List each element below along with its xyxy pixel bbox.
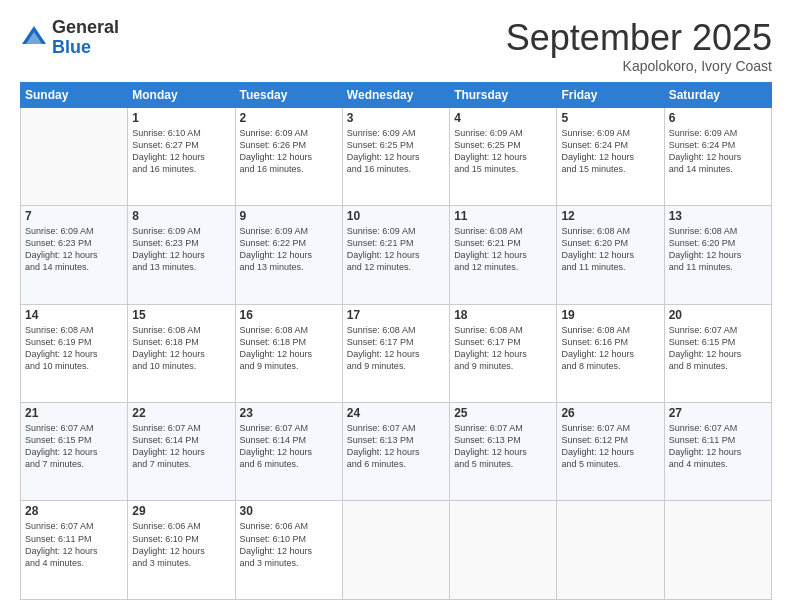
calendar-cell: 22Sunrise: 6:07 AM Sunset: 6:14 PM Dayli… — [128, 403, 235, 501]
header-tuesday: Tuesday — [235, 82, 342, 107]
calendar-cell: 8Sunrise: 6:09 AM Sunset: 6:23 PM Daylig… — [128, 206, 235, 304]
calendar-cell: 18Sunrise: 6:08 AM Sunset: 6:17 PM Dayli… — [450, 304, 557, 402]
day-number: 15 — [132, 308, 230, 322]
calendar-cell — [342, 501, 449, 600]
calendar-cell: 14Sunrise: 6:08 AM Sunset: 6:19 PM Dayli… — [21, 304, 128, 402]
day-number: 27 — [669, 406, 767, 420]
day-info: Sunrise: 6:07 AM Sunset: 6:15 PM Dayligh… — [669, 324, 767, 373]
day-info: Sunrise: 6:09 AM Sunset: 6:24 PM Dayligh… — [669, 127, 767, 176]
calendar-cell — [21, 107, 128, 205]
day-info: Sunrise: 6:07 AM Sunset: 6:11 PM Dayligh… — [669, 422, 767, 471]
header-thursday: Thursday — [450, 82, 557, 107]
calendar-cell: 20Sunrise: 6:07 AM Sunset: 6:15 PM Dayli… — [664, 304, 771, 402]
day-info: Sunrise: 6:08 AM Sunset: 6:18 PM Dayligh… — [132, 324, 230, 373]
day-info: Sunrise: 6:08 AM Sunset: 6:19 PM Dayligh… — [25, 324, 123, 373]
day-info: Sunrise: 6:08 AM Sunset: 6:21 PM Dayligh… — [454, 225, 552, 274]
day-number: 1 — [132, 111, 230, 125]
week-row-3: 21Sunrise: 6:07 AM Sunset: 6:15 PM Dayli… — [21, 403, 772, 501]
day-info: Sunrise: 6:10 AM Sunset: 6:27 PM Dayligh… — [132, 127, 230, 176]
calendar-cell: 15Sunrise: 6:08 AM Sunset: 6:18 PM Dayli… — [128, 304, 235, 402]
calendar-cell: 7Sunrise: 6:09 AM Sunset: 6:23 PM Daylig… — [21, 206, 128, 304]
day-info: Sunrise: 6:07 AM Sunset: 6:14 PM Dayligh… — [132, 422, 230, 471]
day-info: Sunrise: 6:08 AM Sunset: 6:17 PM Dayligh… — [454, 324, 552, 373]
day-number: 19 — [561, 308, 659, 322]
day-info: Sunrise: 6:09 AM Sunset: 6:25 PM Dayligh… — [454, 127, 552, 176]
title-block: September 2025 Kapolokoro, Ivory Coast — [506, 18, 772, 74]
day-number: 24 — [347, 406, 445, 420]
calendar-cell: 21Sunrise: 6:07 AM Sunset: 6:15 PM Dayli… — [21, 403, 128, 501]
day-number: 7 — [25, 209, 123, 223]
day-number: 30 — [240, 504, 338, 518]
calendar-cell: 13Sunrise: 6:08 AM Sunset: 6:20 PM Dayli… — [664, 206, 771, 304]
calendar-cell: 11Sunrise: 6:08 AM Sunset: 6:21 PM Dayli… — [450, 206, 557, 304]
day-number: 11 — [454, 209, 552, 223]
calendar-cell — [557, 501, 664, 600]
header-saturday: Saturday — [664, 82, 771, 107]
day-number: 26 — [561, 406, 659, 420]
day-number: 21 — [25, 406, 123, 420]
header-friday: Friday — [557, 82, 664, 107]
day-number: 10 — [347, 209, 445, 223]
day-info: Sunrise: 6:07 AM Sunset: 6:14 PM Dayligh… — [240, 422, 338, 471]
calendar-cell: 4Sunrise: 6:09 AM Sunset: 6:25 PM Daylig… — [450, 107, 557, 205]
location: Kapolokoro, Ivory Coast — [506, 58, 772, 74]
calendar-cell: 5Sunrise: 6:09 AM Sunset: 6:24 PM Daylig… — [557, 107, 664, 205]
calendar-cell: 23Sunrise: 6:07 AM Sunset: 6:14 PM Dayli… — [235, 403, 342, 501]
calendar-cell: 3Sunrise: 6:09 AM Sunset: 6:25 PM Daylig… — [342, 107, 449, 205]
day-info: Sunrise: 6:09 AM Sunset: 6:23 PM Dayligh… — [132, 225, 230, 274]
week-row-4: 28Sunrise: 6:07 AM Sunset: 6:11 PM Dayli… — [21, 501, 772, 600]
calendar-header: SundayMondayTuesdayWednesdayThursdayFrid… — [21, 82, 772, 107]
calendar-cell: 9Sunrise: 6:09 AM Sunset: 6:22 PM Daylig… — [235, 206, 342, 304]
logo: General Blue — [20, 18, 119, 58]
logo-text: General Blue — [52, 18, 119, 58]
calendar-cell — [450, 501, 557, 600]
header: General Blue September 2025 Kapolokoro, … — [20, 18, 772, 74]
day-number: 9 — [240, 209, 338, 223]
header-wednesday: Wednesday — [342, 82, 449, 107]
day-info: Sunrise: 6:08 AM Sunset: 6:16 PM Dayligh… — [561, 324, 659, 373]
logo-general: General — [52, 18, 119, 38]
day-info: Sunrise: 6:07 AM Sunset: 6:13 PM Dayligh… — [454, 422, 552, 471]
calendar-cell: 24Sunrise: 6:07 AM Sunset: 6:13 PM Dayli… — [342, 403, 449, 501]
day-number: 28 — [25, 504, 123, 518]
day-number: 14 — [25, 308, 123, 322]
day-number: 20 — [669, 308, 767, 322]
day-info: Sunrise: 6:08 AM Sunset: 6:20 PM Dayligh… — [669, 225, 767, 274]
calendar-cell: 1Sunrise: 6:10 AM Sunset: 6:27 PM Daylig… — [128, 107, 235, 205]
calendar-cell: 26Sunrise: 6:07 AM Sunset: 6:12 PM Dayli… — [557, 403, 664, 501]
day-info: Sunrise: 6:09 AM Sunset: 6:22 PM Dayligh… — [240, 225, 338, 274]
day-number: 6 — [669, 111, 767, 125]
day-info: Sunrise: 6:07 AM Sunset: 6:15 PM Dayligh… — [25, 422, 123, 471]
day-info: Sunrise: 6:09 AM Sunset: 6:23 PM Dayligh… — [25, 225, 123, 274]
calendar-cell: 6Sunrise: 6:09 AM Sunset: 6:24 PM Daylig… — [664, 107, 771, 205]
header-sunday: Sunday — [21, 82, 128, 107]
day-number: 23 — [240, 406, 338, 420]
day-number: 22 — [132, 406, 230, 420]
day-number: 5 — [561, 111, 659, 125]
day-number: 17 — [347, 308, 445, 322]
day-info: Sunrise: 6:09 AM Sunset: 6:26 PM Dayligh… — [240, 127, 338, 176]
day-info: Sunrise: 6:09 AM Sunset: 6:21 PM Dayligh… — [347, 225, 445, 274]
month-title: September 2025 — [506, 18, 772, 58]
calendar-cell: 10Sunrise: 6:09 AM Sunset: 6:21 PM Dayli… — [342, 206, 449, 304]
calendar-cell: 19Sunrise: 6:08 AM Sunset: 6:16 PM Dayli… — [557, 304, 664, 402]
calendar-cell: 17Sunrise: 6:08 AM Sunset: 6:17 PM Dayli… — [342, 304, 449, 402]
calendar-cell: 12Sunrise: 6:08 AM Sunset: 6:20 PM Dayli… — [557, 206, 664, 304]
header-monday: Monday — [128, 82, 235, 107]
header-row: SundayMondayTuesdayWednesdayThursdayFrid… — [21, 82, 772, 107]
day-number: 12 — [561, 209, 659, 223]
day-info: Sunrise: 6:07 AM Sunset: 6:11 PM Dayligh… — [25, 520, 123, 569]
day-number: 18 — [454, 308, 552, 322]
calendar-cell: 28Sunrise: 6:07 AM Sunset: 6:11 PM Dayli… — [21, 501, 128, 600]
day-number: 3 — [347, 111, 445, 125]
day-number: 25 — [454, 406, 552, 420]
calendar-cell — [664, 501, 771, 600]
day-info: Sunrise: 6:08 AM Sunset: 6:17 PM Dayligh… — [347, 324, 445, 373]
day-number: 2 — [240, 111, 338, 125]
calendar-body: 1Sunrise: 6:10 AM Sunset: 6:27 PM Daylig… — [21, 107, 772, 599]
day-info: Sunrise: 6:07 AM Sunset: 6:12 PM Dayligh… — [561, 422, 659, 471]
day-info: Sunrise: 6:07 AM Sunset: 6:13 PM Dayligh… — [347, 422, 445, 471]
week-row-2: 14Sunrise: 6:08 AM Sunset: 6:19 PM Dayli… — [21, 304, 772, 402]
week-row-0: 1Sunrise: 6:10 AM Sunset: 6:27 PM Daylig… — [21, 107, 772, 205]
day-info: Sunrise: 6:09 AM Sunset: 6:25 PM Dayligh… — [347, 127, 445, 176]
